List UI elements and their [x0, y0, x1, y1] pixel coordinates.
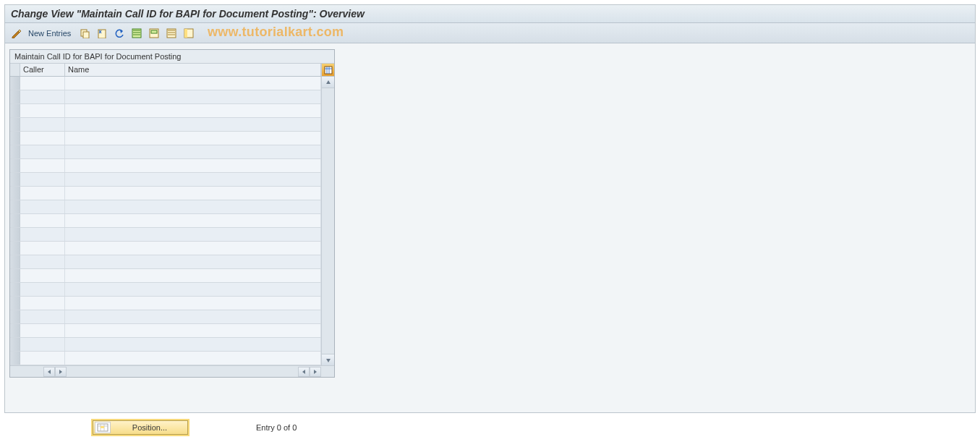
- row-selector[interactable]: [10, 324, 20, 337]
- table-row[interactable]: [10, 187, 321, 200]
- cell-caller[interactable]: [20, 104, 65, 117]
- cell-name[interactable]: [65, 200, 321, 213]
- row-selector[interactable]: [10, 338, 20, 351]
- row-selector[interactable]: [10, 159, 20, 172]
- cell-name[interactable]: [65, 132, 321, 145]
- cell-caller[interactable]: [20, 132, 65, 145]
- deselect-all-icon[interactable]: [165, 27, 178, 40]
- undo-icon[interactable]: [113, 27, 126, 40]
- cell-name[interactable]: [65, 214, 321, 227]
- horizontal-scrollbar[interactable]: [10, 365, 334, 377]
- table-row[interactable]: [10, 228, 321, 242]
- table-row[interactable]: [10, 173, 321, 187]
- cell-caller[interactable]: [20, 77, 65, 90]
- cell-caller[interactable]: [20, 283, 65, 296]
- table-row[interactable]: [10, 255, 321, 269]
- cell-caller[interactable]: [20, 145, 65, 158]
- delete-icon[interactable]: [95, 27, 108, 40]
- cell-caller[interactable]: [20, 352, 65, 365]
- cell-caller[interactable]: [20, 269, 65, 282]
- row-selector[interactable]: [10, 297, 20, 310]
- table-row[interactable]: [10, 338, 321, 352]
- row-selector[interactable]: [10, 132, 20, 145]
- table-row[interactable]: [10, 352, 321, 365]
- row-selector[interactable]: [10, 187, 20, 200]
- row-selector[interactable]: [10, 228, 20, 241]
- cell-caller[interactable]: [20, 228, 65, 241]
- cell-name[interactable]: [65, 352, 321, 365]
- cell-caller[interactable]: [20, 200, 65, 213]
- cell-name[interactable]: [65, 269, 321, 282]
- table-row[interactable]: [10, 104, 321, 118]
- copy-icon[interactable]: [78, 27, 91, 40]
- row-selector[interactable]: [10, 118, 20, 131]
- cell-name[interactable]: [65, 159, 321, 172]
- configure-icon[interactable]: [182, 27, 195, 40]
- table-row[interactable]: [10, 310, 321, 324]
- row-selector[interactable]: [10, 200, 20, 213]
- table-row[interactable]: [10, 90, 321, 104]
- cell-name[interactable]: [65, 338, 321, 351]
- cell-name[interactable]: [65, 310, 321, 323]
- cell-name[interactable]: [65, 173, 321, 186]
- table-settings-icon[interactable]: [321, 64, 334, 76]
- cell-caller[interactable]: [20, 187, 65, 200]
- cell-name[interactable]: [65, 297, 321, 310]
- table-row[interactable]: [10, 77, 321, 90]
- row-selector[interactable]: [10, 145, 20, 158]
- row-selector[interactable]: [10, 214, 20, 227]
- row-selector[interactable]: [10, 255, 20, 268]
- table-row[interactable]: [10, 269, 321, 283]
- row-selector[interactable]: [10, 242, 20, 255]
- cell-name[interactable]: [65, 104, 321, 117]
- cell-name[interactable]: [65, 90, 321, 103]
- row-selector[interactable]: [10, 104, 20, 117]
- scroll-left-start-icon[interactable]: [43, 367, 55, 377]
- grid-select-all-header[interactable]: [10, 64, 20, 76]
- table-row[interactable]: [10, 297, 321, 310]
- cell-name[interactable]: [65, 255, 321, 268]
- cell-caller[interactable]: [20, 338, 65, 351]
- cell-caller[interactable]: [20, 173, 65, 186]
- table-row[interactable]: [10, 159, 321, 173]
- column-header-caller[interactable]: Caller: [20, 64, 65, 76]
- table-row[interactable]: [10, 145, 321, 159]
- cell-caller[interactable]: [20, 242, 65, 255]
- cell-caller[interactable]: [20, 118, 65, 131]
- table-row[interactable]: [10, 242, 321, 255]
- row-selector[interactable]: [10, 90, 20, 103]
- table-row[interactable]: [10, 324, 321, 338]
- cell-caller[interactable]: [20, 310, 65, 323]
- new-entries-button[interactable]: New Entries: [28, 29, 71, 38]
- position-button[interactable]: Position...: [93, 420, 188, 435]
- table-row[interactable]: [10, 118, 321, 132]
- cell-caller[interactable]: [20, 324, 65, 337]
- column-header-name[interactable]: Name: [65, 64, 321, 76]
- table-row[interactable]: [10, 283, 321, 297]
- cell-name[interactable]: [65, 228, 321, 241]
- select-block-icon[interactable]: [148, 27, 161, 40]
- cell-name[interactable]: [65, 77, 321, 90]
- cell-caller[interactable]: [20, 159, 65, 172]
- row-selector[interactable]: [10, 77, 20, 90]
- cell-name[interactable]: [65, 145, 321, 158]
- row-selector[interactable]: [10, 173, 20, 186]
- row-selector[interactable]: [10, 283, 20, 296]
- table-row[interactable]: [10, 132, 321, 145]
- scroll-down-icon[interactable]: [322, 354, 334, 365]
- cell-name[interactable]: [65, 242, 321, 255]
- scroll-right-next-icon[interactable]: [55, 367, 67, 377]
- change-icon[interactable]: [9, 27, 22, 40]
- vertical-scrollbar[interactable]: [321, 77, 334, 365]
- cell-caller[interactable]: [20, 214, 65, 227]
- cell-name[interactable]: [65, 283, 321, 296]
- select-all-icon[interactable]: [130, 27, 143, 40]
- scroll-right-icon[interactable]: [310, 367, 321, 377]
- cell-caller[interactable]: [20, 297, 65, 310]
- table-row[interactable]: [10, 200, 321, 214]
- cell-name[interactable]: [65, 118, 321, 131]
- scroll-up-icon[interactable]: [322, 77, 334, 88]
- row-selector[interactable]: [10, 269, 20, 282]
- scroll-left-icon[interactable]: [298, 367, 310, 377]
- table-row[interactable]: [10, 214, 321, 228]
